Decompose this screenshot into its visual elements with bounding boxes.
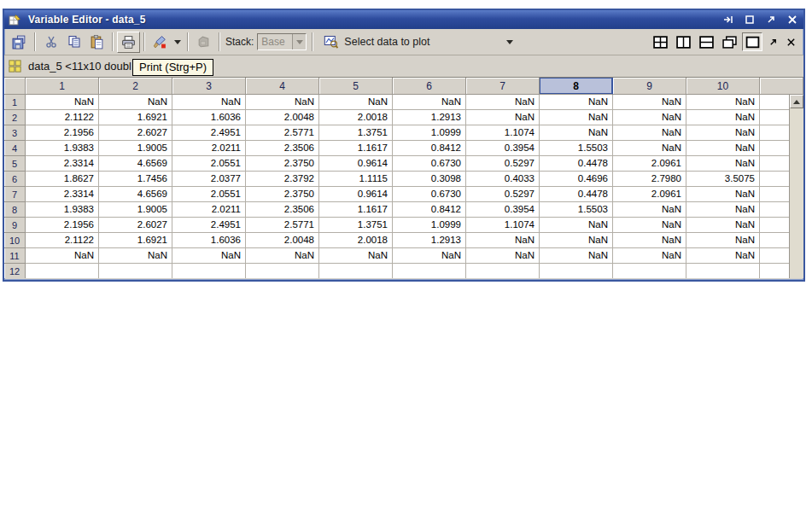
table-cell[interactable]: 2.3792 (246, 172, 319, 187)
table-cell[interactable]: 2.5771 (246, 218, 319, 233)
row-header-4[interactable]: 4 (4, 141, 26, 156)
table-cell[interactable]: NaN (466, 95, 540, 110)
table-cell[interactable]: NaN (99, 248, 172, 264)
table-cell[interactable]: 2.6027 (99, 218, 172, 233)
undock-icon[interactable] (764, 14, 778, 26)
table-cell[interactable]: NaN (466, 233, 540, 248)
table-cell[interactable]: NaN (393, 95, 466, 110)
row-header-7[interactable]: 7 (4, 187, 26, 202)
cut-button[interactable] (39, 32, 62, 53)
split-vertical-button[interactable] (673, 32, 693, 51)
table-cell[interactable]: NaN (686, 141, 760, 156)
column-header-3[interactable]: 3 (172, 78, 246, 95)
table-cell[interactable] (466, 264, 540, 278)
table-cell[interactable]: 2.6027 (99, 125, 172, 141)
print-button[interactable] (117, 32, 140, 53)
table-cell[interactable]: 1.2913 (393, 233, 466, 248)
table-cell[interactable]: 0.8412 (393, 141, 466, 156)
table-cell[interactable]: NaN (246, 95, 319, 110)
table-cell[interactable]: 2.0048 (246, 233, 319, 248)
brush-button[interactable] (149, 32, 172, 53)
table-cell[interactable]: NaN (26, 248, 99, 264)
table-cell[interactable]: NaN (319, 95, 393, 110)
table-cell[interactable]: 1.3751 (319, 125, 393, 141)
single-pane-button[interactable] (742, 32, 762, 51)
table-cell[interactable]: 1.5503 (540, 202, 613, 218)
table-cell[interactable]: 1.9383 (26, 202, 99, 218)
table-cell[interactable]: 0.3954 (466, 202, 540, 218)
table-cell[interactable]: 1.6036 (172, 233, 246, 248)
table-cell[interactable]: 1.6921 (99, 233, 172, 248)
table-cell[interactable]: 0.8412 (393, 202, 466, 218)
split-horizontal-button[interactable] (696, 32, 716, 51)
table-cell[interactable]: 2.0961 (613, 156, 686, 172)
table-cell[interactable]: 1.9005 (99, 202, 172, 218)
table-cell[interactable]: NaN (246, 248, 319, 264)
table-cell[interactable]: NaN (613, 248, 686, 264)
table-cell[interactable]: NaN (466, 110, 540, 125)
table-cell[interactable]: 2.0211 (172, 202, 246, 218)
table-cell[interactable]: 2.3506 (246, 202, 319, 218)
row-header-3[interactable]: 3 (4, 125, 26, 141)
table-cell[interactable] (99, 264, 172, 278)
table-cell[interactable]: NaN (613, 202, 686, 218)
table-cell[interactable]: NaN (393, 248, 466, 264)
cascade-button[interactable] (719, 32, 739, 51)
table-cell[interactable]: NaN (686, 187, 760, 202)
table-cell[interactable]: NaN (686, 95, 760, 110)
table-cell[interactable]: 0.4033 (466, 172, 540, 187)
table-cell[interactable]: 1.1074 (466, 218, 540, 233)
table-cell[interactable]: NaN (613, 110, 686, 125)
undock-panel-button[interactable] (765, 34, 780, 49)
table-cell[interactable]: NaN (613, 95, 686, 110)
table-cell[interactable]: 2.3314 (26, 187, 99, 202)
table-cell[interactable]: 2.0048 (246, 110, 319, 125)
table-cell[interactable]: 1.9005 (99, 141, 172, 156)
table-cell[interactable]: 2.1122 (26, 233, 99, 248)
column-header-4[interactable]: 4 (246, 78, 319, 95)
table-cell[interactable]: 0.9614 (319, 187, 393, 202)
table-cell[interactable] (246, 264, 319, 278)
row-header-6[interactable]: 6 (4, 172, 26, 187)
copy-button[interactable] (62, 32, 85, 53)
table-cell[interactable]: 2.0377 (172, 172, 246, 187)
table-cell[interactable]: NaN (99, 95, 172, 110)
table-cell[interactable]: 0.3098 (393, 172, 466, 187)
table-cell[interactable]: NaN (686, 202, 760, 218)
table-cell[interactable]: 2.1956 (26, 218, 99, 233)
column-header-7[interactable]: 7 (466, 78, 540, 95)
table-cell[interactable]: 1.1115 (319, 172, 393, 187)
table-cell[interactable]: NaN (172, 248, 246, 264)
table-cell[interactable]: 0.4696 (540, 172, 613, 187)
table-cell[interactable]: NaN (540, 110, 613, 125)
tile-grid-button[interactable] (650, 32, 670, 51)
table-cell[interactable]: NaN (686, 248, 760, 264)
table-cell[interactable]: NaN (686, 110, 760, 125)
table-cell[interactable]: 2.0018 (319, 233, 393, 248)
table-cell[interactable]: 3.5075 (686, 172, 760, 187)
table-cell[interactable]: 1.7456 (99, 172, 172, 187)
table-cell[interactable]: 0.4478 (540, 187, 613, 202)
table-cell[interactable]: 2.3750 (246, 187, 319, 202)
brush-dropdown-button[interactable] (172, 32, 184, 53)
table-cell[interactable]: 1.1617 (319, 202, 393, 218)
table-cell[interactable]: 2.0211 (172, 141, 246, 156)
scroll-up-button[interactable] (790, 95, 803, 108)
column-header-10[interactable]: 10 (686, 78, 760, 95)
table-cell[interactable]: 1.2913 (393, 110, 466, 125)
paste-button[interactable] (85, 32, 108, 53)
table-cell[interactable]: 2.0961 (613, 187, 686, 202)
close-panel-button[interactable] (783, 34, 798, 49)
column-header-6[interactable]: 6 (393, 78, 466, 95)
table-cell[interactable]: 2.3506 (246, 141, 319, 156)
table-cell[interactable]: NaN (613, 218, 686, 233)
table-cell[interactable]: NaN (26, 95, 99, 110)
row-header-1[interactable]: 1 (4, 95, 26, 110)
table-cell[interactable]: NaN (613, 233, 686, 248)
table-cell[interactable]: NaN (540, 233, 613, 248)
table-cell[interactable]: NaN (686, 218, 760, 233)
plot-selector-dropdown[interactable]: Select data to plot (324, 35, 518, 49)
table-cell[interactable]: 1.6921 (99, 110, 172, 125)
table-cell[interactable]: 1.3751 (319, 218, 393, 233)
table-cell[interactable]: 0.3954 (466, 141, 540, 156)
